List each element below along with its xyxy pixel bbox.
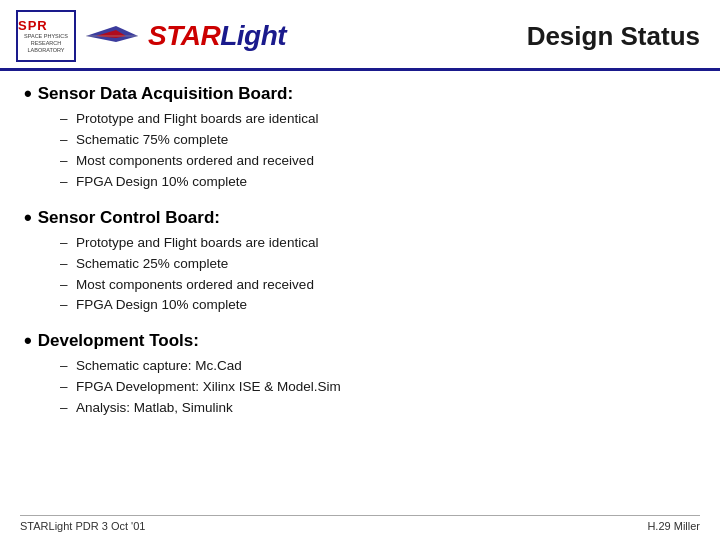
brand-name: STARLight (148, 20, 286, 52)
list-item: – FPGA Design 10% complete (60, 172, 696, 193)
bullet-dot-2: • (24, 207, 32, 229)
section-header-sensor-data: • Sensor Data Acquisition Board: (24, 83, 696, 105)
list-item: – FPGA Development: Xilinx ISE & Model.S… (60, 377, 696, 398)
logo-subtext: SPACE PHYSICS RESEARCH LABORATORY (18, 33, 74, 54)
section-header-dev-tools: • Development Tools: (24, 330, 696, 352)
item-text: Schematic 25% complete (76, 254, 228, 275)
item-text: Most components ordered and received (76, 275, 314, 296)
item-text: Schematic capture: Mc.Cad (76, 356, 242, 377)
item-text: Analysis: Matlab, Simulink (76, 398, 233, 419)
list-item: – Prototype and Flight boards are identi… (60, 233, 696, 254)
sub-items-sensor-data: – Prototype and Flight boards are identi… (60, 109, 696, 193)
list-item: – Prototype and Flight boards are identi… (60, 109, 696, 130)
section-title-sensor-data: Sensor Data Acquisition Board: (38, 84, 293, 104)
item-text: FPGA Design 10% complete (76, 172, 247, 193)
list-item: – Schematic capture: Mc.Cad (60, 356, 696, 377)
list-item: – Most components ordered and received (60, 151, 696, 172)
list-item: – Schematic 75% complete (60, 130, 696, 151)
item-text: Schematic 75% complete (76, 130, 228, 151)
item-text: FPGA Development: Xilinx ISE & Model.Sim (76, 377, 341, 398)
section-dev-tools: • Development Tools: – Schematic capture… (24, 330, 696, 419)
header: SPR SPACE PHYSICS RESEARCH LABORATORY ST… (0, 0, 720, 71)
bullet-dot-3: • (24, 330, 32, 352)
footer-left: STARLight PDR 3 Oct '01 (20, 520, 145, 532)
item-text: Most components ordered and received (76, 151, 314, 172)
item-text: Prototype and Flight boards are identica… (76, 233, 318, 254)
page-title: Design Status (527, 21, 700, 52)
sub-items-sensor-control: – Prototype and Flight boards are identi… (60, 233, 696, 317)
logo-area: SPR SPACE PHYSICS RESEARCH LABORATORY ST… (16, 10, 286, 62)
section-title-sensor-control: Sensor Control Board: (38, 208, 220, 228)
item-text: FPGA Design 10% complete (76, 295, 247, 316)
logo-box: SPR SPACE PHYSICS RESEARCH LABORATORY (16, 10, 76, 62)
plane-icon (86, 18, 138, 54)
spr-text: SPR (18, 18, 74, 33)
list-item: – Schematic 25% complete (60, 254, 696, 275)
bullet-dot-1: • (24, 83, 32, 105)
section-sensor-control: • Sensor Control Board: – Prototype and … (24, 207, 696, 317)
footer: STARLight PDR 3 Oct '01 H.29 Miller (20, 515, 700, 532)
item-text: Prototype and Flight boards are identica… (76, 109, 318, 130)
section-sensor-data: • Sensor Data Acquisition Board: – Proto… (24, 83, 696, 193)
section-title-dev-tools: Development Tools: (38, 331, 199, 351)
footer-right: H.29 Miller (647, 520, 700, 532)
list-item: – FPGA Design 10% complete (60, 295, 696, 316)
section-header-sensor-control: • Sensor Control Board: (24, 207, 696, 229)
sub-items-dev-tools: – Schematic capture: Mc.Cad – FPGA Devel… (60, 356, 696, 419)
content-area: • Sensor Data Acquisition Board: – Proto… (0, 71, 720, 441)
list-item: – Analysis: Matlab, Simulink (60, 398, 696, 419)
list-item: – Most components ordered and received (60, 275, 696, 296)
